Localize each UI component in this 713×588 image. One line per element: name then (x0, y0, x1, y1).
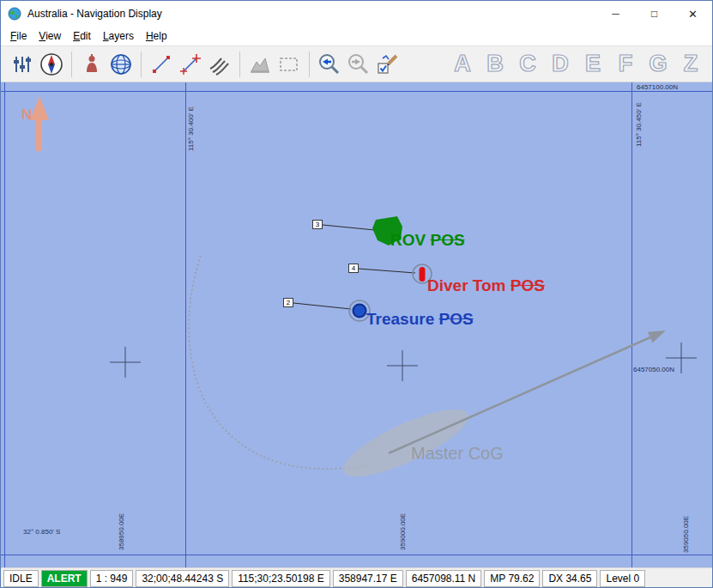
letter-button-d[interactable]: D (547, 50, 573, 79)
app-window: Australia - Navigation Display ─ □ ✕ Fil… (0, 0, 713, 588)
diver-tom-pos-label: Diver Tom POS (427, 276, 545, 295)
master-cog-vector (389, 337, 650, 453)
grid-label-lon-left: 115° 30.400' E (187, 106, 195, 151)
letter-button-b[interactable]: B (482, 50, 508, 79)
grid-label-lon-right: 115° 30.450' E (635, 102, 643, 147)
diver-position-symbol[interactable] (420, 267, 426, 282)
grid-cross (110, 342, 697, 381)
north-arrow-icon (30, 96, 49, 151)
marker-leader-box[interactable]: 3 (312, 220, 323, 229)
treasure-pos-label: Treasure POS (366, 310, 474, 329)
menu-edit[interactable]: Edit (67, 27, 97, 45)
status-longitude: 115;30;23.50198 E (232, 570, 330, 587)
title-bar: Australia - Navigation Display ─ □ ✕ (1, 1, 712, 27)
app-globe-icon (8, 7, 21, 21)
polyline-points-icon[interactable] (176, 50, 205, 79)
letter-button-z[interactable]: Z (678, 50, 704, 79)
menu-view[interactable]: View (33, 27, 67, 45)
beacon-person-icon[interactable] (77, 50, 106, 79)
minimize-button[interactable]: ─ (596, 1, 635, 27)
measure-line-icon[interactable] (147, 50, 176, 79)
menu-file[interactable]: File (4, 27, 33, 45)
grid-label-easting-left: 358950.00E (118, 513, 125, 550)
status-alert-badge[interactable]: ALERT (41, 570, 88, 587)
treasure-position-symbol[interactable] (353, 305, 366, 318)
rov-pos-label: ROV POS (390, 231, 465, 250)
zoom-next-icon[interactable] (344, 50, 373, 79)
status-mode: IDLE (3, 570, 39, 587)
toolbar-separator (239, 52, 240, 77)
letter-button-c[interactable]: C (515, 50, 541, 79)
toolbar-separator (141, 52, 142, 77)
letter-button-a[interactable]: A (450, 50, 475, 79)
menu-bar: File View Edit Layers Help (1, 27, 712, 45)
compass-icon[interactable] (37, 50, 66, 79)
status-latitude: 32;00;48.44243 S (136, 570, 229, 587)
close-button[interactable]: ✕ (674, 1, 712, 27)
menu-layers[interactable]: Layers (97, 27, 140, 45)
vessel-track-trail (189, 256, 368, 469)
contour-layers-icon[interactable] (205, 50, 234, 79)
maximize-button[interactable]: □ (635, 1, 674, 27)
profile-chart-icon[interactable] (245, 50, 275, 79)
vessel-footprint (335, 397, 476, 488)
toolbar: A B C D E F G Z (1, 45, 712, 82)
status-level: Level 0 (600, 570, 645, 587)
north-arrow-label: N (21, 106, 32, 124)
status-easting: 358947.17 E (333, 570, 403, 587)
grid-label-northing-top: 6457100.00N (637, 83, 678, 91)
status-dx: DX 34.65 (542, 570, 597, 587)
status-bar: IDLE ALERT 1 : 949 32;00;48.44243 S 115;… (1, 567, 712, 588)
letter-button-f[interactable]: F (613, 50, 638, 79)
status-mp: MP 79.62 (484, 570, 540, 587)
letter-button-group: A B C D E F G Z (450, 50, 705, 79)
window-title: Australia - Navigation Display (27, 8, 162, 20)
letter-button-e[interactable]: E (580, 50, 606, 79)
grid-label-easting-right: 359050.00E (682, 516, 690, 553)
master-cog-arrowhead (648, 330, 666, 343)
marker-leader-box[interactable]: 4 (348, 264, 359, 273)
map-canvas[interactable]: N 6457100.00N 6457050.00N 115° 30.400' E… (1, 82, 713, 567)
display-settings-sliders-icon[interactable] (8, 50, 37, 79)
zoom-previous-icon[interactable] (315, 50, 344, 79)
toolbar-separator (309, 52, 310, 77)
menu-help[interactable]: Help (140, 27, 173, 45)
status-northing: 6457098.11 N (406, 570, 482, 587)
toolbar-separator (71, 52, 72, 77)
select-area-icon[interactable] (275, 50, 304, 79)
globe-projection-icon[interactable] (106, 50, 136, 79)
marker-leader-box[interactable]: 2 (283, 298, 293, 307)
grid-label-northing-right: 6457050.00N (633, 366, 674, 373)
edit-verify-icon[interactable] (373, 50, 402, 79)
letter-button-g[interactable]: G (645, 50, 671, 79)
master-cog-label: Master CoG (411, 444, 504, 464)
grid-label-easting-center: 359000.00E (399, 513, 407, 550)
status-scale: 1 : 949 (90, 570, 134, 587)
map-overlay (1, 82, 713, 567)
grid-label-lat-bottom: 32° 0.850' S (23, 528, 60, 536)
